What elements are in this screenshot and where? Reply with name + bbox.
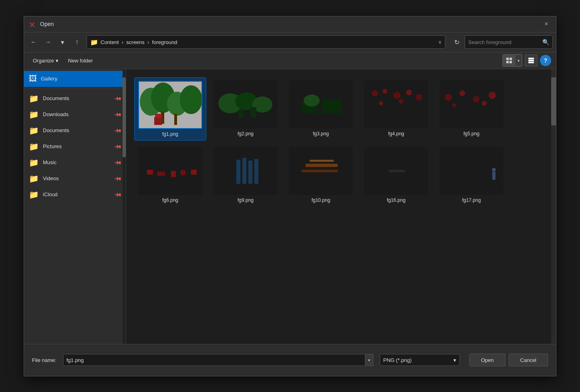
folder-blue-icon: 📁 [29,110,39,119]
action-buttons: Open Cancel [469,354,548,366]
file-item[interactable]: fg2.png [209,77,282,141]
svg-rect-51 [254,159,258,184]
search-input[interactable] [468,39,540,45]
pin-icon: 📌 [114,110,122,119]
sidebar-item-label: iCloud [43,191,58,197]
file-item[interactable]: fg4.png [360,77,432,141]
file-grid: fg1.png [129,72,548,211]
sidebar-item-documents-yellow[interactable]: 📁 Documents 📌 [24,90,126,107]
file-type-select[interactable]: PNG (*.png) ▾ [380,354,460,366]
pin-icon: 📌 [114,174,122,183]
file-thumbnail [138,147,202,195]
sidebar-item-downloads[interactable]: 📁 Downloads 📌 [24,107,126,123]
address-folder-icon: 📁 [90,38,98,46]
help-label: ? [544,57,548,64]
view-details-button[interactable] [525,54,538,66]
svg-rect-43 [157,172,165,176]
sidebar-item-label: Downloads [43,111,68,117]
view-dropdown-button[interactable]: ▾ [516,54,522,66]
svg-rect-34 [440,81,503,128]
new-folder-button[interactable]: New folder [64,55,97,66]
sidebar-item-label: Documents [43,95,69,101]
dialog-title: Open [40,21,54,27]
scrollbar-thumb[interactable] [551,77,556,125]
sidebar-item-documents-blue[interactable]: 📁 Documents 📌 [24,123,126,139]
open-button[interactable]: Open [469,354,505,366]
svg-point-39 [452,103,456,107]
refresh-button[interactable]: ↻ [450,36,463,48]
svg-point-40 [482,101,487,106]
sidebar-item-label: Music [43,159,56,165]
svg-rect-6 [528,62,534,63]
nav-toolbar: ← → ▾ ↑ 📁 Content › screens › foreground… [24,32,556,52]
svg-point-60 [492,168,496,172]
svg-rect-44 [171,171,176,177]
sidebar-item-pictures[interactable]: 📁 Pictures 📌 [24,139,126,155]
view-large-icon-button[interactable] [503,54,516,66]
sidebar-item-icloud[interactable]: 📁 iCloud 📌 [24,187,126,203]
folder-blue-icon: 📁 [29,174,39,183]
history-button[interactable]: ▾ [56,36,69,48]
search-bar[interactable]: 🔍 [465,35,553,49]
file-name-field[interactable] [63,354,365,366]
file-name: fg17.png [462,197,481,203]
svg-point-25 [304,94,320,107]
search-icon: 🔍 [542,39,549,45]
file-item[interactable]: fg1.png [134,77,206,141]
help-button[interactable]: ? [540,55,551,66]
forward-button[interactable]: → [42,36,54,48]
close-button[interactable]: × [542,19,551,29]
file-input-wrapper: ▾ [63,354,373,366]
pin-icon: 📌 [114,126,122,135]
file-area[interactable]: fg1.png [126,69,551,344]
file-name: fg5.png [463,131,479,137]
folder-blue-icon: 📁 [29,126,39,135]
svg-rect-42 [147,170,153,175]
file-item[interactable]: fg3.png [285,77,357,141]
svg-point-31 [416,94,422,101]
file-item[interactable]: fg5.png [435,77,507,141]
svg-point-35 [445,94,452,101]
sidebar-item-music[interactable]: 📁 Music 📌 [24,155,126,171]
file-item[interactable]: fg17.png [435,144,507,206]
pin-icon: 📌 [114,94,122,103]
sidebar-scrollbar[interactable] [123,69,126,344]
file-name: fg4.png [388,131,404,137]
folder-blue-icon: 📁 [29,158,39,167]
file-name-dropdown[interactable]: ▾ [365,354,373,366]
address-bar[interactable]: 📁 Content › screens › foreground ∨ [87,35,445,49]
file-name: fg16.png [387,197,406,203]
organize-label: Organize [33,58,54,64]
sidebar-divider [29,88,121,89]
cancel-button[interactable]: Cancel [509,354,548,366]
svg-rect-59 [492,172,495,180]
svg-rect-0 [506,58,509,60]
file-item[interactable]: fg9.png [209,144,282,206]
file-area-scrollbar[interactable] [551,69,556,344]
file-item[interactable]: fg16.png [360,144,432,206]
file-thumbnail [213,80,278,129]
folder-yellow-icon: 📁 [29,94,39,103]
sidebar-scroll-thumb[interactable] [123,77,126,157]
svg-rect-2 [506,61,509,63]
svg-rect-13 [174,114,177,125]
file-name: fg1.png [162,131,178,137]
back-button[interactable]: ← [27,36,40,48]
sidebar-item-label: Pictures [43,143,62,149]
open-dialog: ✕ Open × ← → ▾ ↑ 📁 Content › screens › f… [24,16,556,376]
sidebar-item-videos[interactable]: 📁 Videos 📌 [24,171,126,187]
sidebar-item-gallery[interactable]: 🖼 Gallery [24,71,126,87]
file-item[interactable]: fg10.png [285,144,357,206]
svg-point-33 [399,99,403,104]
file-thumbnail [364,80,428,129]
file-thumbnail [439,80,503,129]
organize-button[interactable]: Organize ▾ [29,55,62,66]
svg-point-38 [489,92,496,99]
up-button[interactable]: ↑ [70,36,83,48]
sidebar-item-label: Documents [43,127,69,133]
address-dropdown-icon[interactable]: ∨ [438,39,442,45]
svg-rect-14 [154,117,162,125]
file-thumbnail [213,147,278,195]
organize-chevron: ▾ [56,58,58,64]
file-item[interactable]: fg6.png [134,144,206,206]
